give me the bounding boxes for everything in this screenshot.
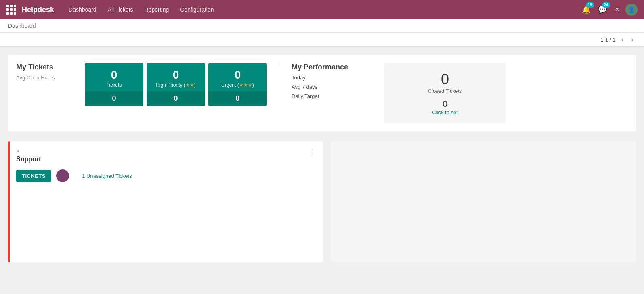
closed-tickets-sub: 0 (396, 99, 493, 109)
tickets-card[interactable]: 0 Tickets 0 (85, 63, 143, 106)
app-header: Helpdesk Dashboard All Tickets Reporting… (0, 0, 644, 19)
urgent-count: 0 (212, 69, 263, 81)
nav-reporting[interactable]: Reporting (140, 4, 174, 15)
daily-target-label: Daily Target (292, 93, 319, 99)
notification-badge: 19 (586, 2, 594, 8)
messages-button[interactable]: 💬 24 (596, 3, 609, 16)
high-priority-label: High Priority (★★) (156, 82, 196, 88)
performance-title: My Performance (292, 63, 372, 71)
nav-configuration[interactable]: Configuration (175, 4, 218, 15)
ticket-cards: 0 Tickets 0 0 High Priority (★★) 0 (85, 63, 267, 106)
tickets-card-top: 0 Tickets (85, 63, 143, 91)
pagination-range: 1-1 / 1 (600, 37, 615, 43)
tickets-avg: 0 (85, 91, 143, 106)
close-button[interactable]: × (612, 4, 622, 15)
header-actions: 🔔 19 💬 24 × 👤 (580, 3, 638, 16)
tickets-label-col: My Tickets Avg Open Hours (16, 63, 77, 81)
right-empty-area (331, 141, 636, 262)
urgent-card[interactable]: 0 Urgent (★★★) 0 (208, 63, 267, 106)
prev-button[interactable]: ‹ (619, 35, 625, 44)
support-card: > Support ⋮ TICKETS 1 Unassigned Tickets (8, 141, 323, 262)
support-title: Support (16, 156, 317, 163)
urgent-avg: 0 (208, 91, 267, 106)
breadcrumb-label: Dashboard (8, 23, 36, 29)
performance-details: My Performance Today Avg 7 days Daily Ta… (292, 63, 372, 101)
high-priority-card[interactable]: 0 High Priority (★★) 0 (147, 63, 205, 106)
urgent-label: Urgent (★★★) (221, 82, 254, 88)
urgent-top: 0 Urgent (★★★) (208, 63, 267, 91)
click-to-set[interactable]: Click to set (396, 109, 493, 115)
my-tickets-block: My Tickets Avg Open Hours 0 Tickets 0 0 … (16, 63, 267, 123)
grid-menu-icon[interactable] (6, 5, 16, 15)
my-tickets-title: My Tickets (16, 63, 77, 71)
perf-daily-row: Daily Target (292, 92, 372, 101)
vertical-divider (279, 63, 279, 123)
tickets-label-card: Tickets (107, 82, 122, 88)
top-section: My Tickets Avg Open Hours 0 Tickets 0 0 … (8, 55, 636, 131)
support-chevron-icon[interactable]: > (16, 148, 19, 154)
support-section: > Support ⋮ TICKETS 1 Unassigned Tickets (8, 141, 636, 262)
my-performance-block: My Performance Today Avg 7 days Daily Ta… (292, 63, 628, 123)
pagination-bar: 1-1 / 1 ‹ › (0, 33, 644, 47)
main-nav: Dashboard All Tickets Reporting Configur… (64, 4, 580, 15)
avg-open-hours-label: Avg Open Hours (16, 75, 77, 81)
support-card-header: > (16, 148, 317, 154)
user-avatar[interactable]: 👤 (625, 4, 638, 16)
avatar-icon: 👤 (628, 7, 635, 13)
breadcrumb: Dashboard (0, 19, 644, 33)
high-priority-count: 0 (151, 69, 201, 81)
high-priority-top: 0 High Priority (★★) (147, 63, 205, 91)
messages-badge: 24 (602, 2, 610, 8)
tickets-button[interactable]: TICKETS (16, 170, 51, 182)
app-logo: Helpdesk (22, 6, 54, 14)
main-content: My Tickets Avg Open Hours 0 Tickets 0 0 … (0, 47, 644, 294)
nav-all-tickets[interactable]: All Tickets (103, 4, 138, 15)
nav-dashboard[interactable]: Dashboard (64, 4, 101, 15)
unassigned-tickets-text: 1 Unassigned Tickets (82, 173, 132, 179)
avg7-label: Avg 7 days (292, 84, 317, 90)
perf-avg7-row: Avg 7 days (292, 82, 372, 92)
today-label: Today (292, 75, 306, 81)
high-priority-avg: 0 (147, 91, 205, 106)
perf-today-row: Today (292, 73, 372, 82)
user-avatar-bubble (56, 169, 69, 182)
kebab-menu-icon[interactable]: ⋮ (309, 147, 317, 156)
support-actions: TICKETS 1 Unassigned Tickets (16, 169, 317, 182)
closed-tickets-label: Closed Tickets (396, 88, 493, 94)
tickets-count: 0 (89, 69, 139, 81)
closed-tickets-number: 0 (396, 71, 493, 88)
next-button[interactable]: › (629, 35, 636, 44)
notifications-button[interactable]: 🔔 19 (580, 3, 593, 16)
closed-tickets-card[interactable]: 0 Closed Tickets 0 Click to set (384, 63, 506, 123)
